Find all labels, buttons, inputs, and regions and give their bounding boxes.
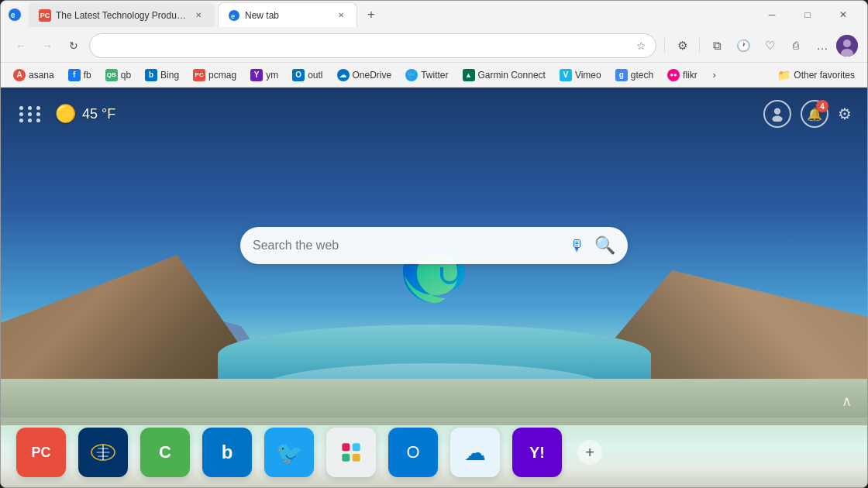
dot xyxy=(19,119,23,122)
dot xyxy=(36,112,40,116)
svg-rect-14 xyxy=(342,443,350,451)
forward-button[interactable]: → xyxy=(36,35,58,57)
folder-icon: 📁 xyxy=(777,69,790,81)
tab1-favicon: PC xyxy=(39,9,51,22)
fav-onedrive[interactable]: ☁ OneDrive xyxy=(331,66,398,84)
page-settings-button[interactable]: ⚙ xyxy=(838,105,852,123)
dot xyxy=(28,106,32,110)
star-icon[interactable]: ☆ xyxy=(636,40,646,52)
fav-ym[interactable]: Y ym xyxy=(244,66,284,84)
fav-bing[interactable]: b Bing xyxy=(139,66,185,84)
svg-rect-15 xyxy=(353,443,360,451)
separator-1 xyxy=(664,38,665,53)
more-button[interactable]: … xyxy=(810,33,835,58)
dock-slack[interactable] xyxy=(326,428,376,477)
settings-icon[interactable]: ⚙ xyxy=(670,33,694,58)
maximize-button[interactable]: □ xyxy=(790,1,825,29)
fav-garmin-label: Garmin Connect xyxy=(478,70,546,81)
bottom-dock: PC C b 🐦 O ☁ Y! + xyxy=(1,418,867,487)
fav-other-favorites[interactable]: 📁 Other favorites xyxy=(771,67,861,83)
svg-text:e: e xyxy=(231,12,235,20)
dock-twitter[interactable]: 🐦 xyxy=(264,428,314,477)
fav-pcmag[interactable]: PC pcmag xyxy=(187,66,243,84)
dot xyxy=(19,106,23,110)
search-icon[interactable]: 🔍 xyxy=(594,235,615,256)
search-input[interactable] xyxy=(253,239,560,253)
fav-outl[interactable]: O outl xyxy=(286,66,329,84)
refresh-button[interactable]: ↻ xyxy=(63,35,84,57)
separator-2 xyxy=(699,38,700,53)
fav-gtech[interactable]: g gtech xyxy=(609,66,660,84)
history-icon[interactable]: 🕐 xyxy=(731,33,756,58)
dock-outlook[interactable]: O xyxy=(388,428,438,477)
tab2-close[interactable]: ✕ xyxy=(335,9,347,22)
favorites-bar: A asana f fb QB qb b Bing PC pcmag Y ym … xyxy=(1,63,867,88)
microphone-icon[interactable]: 🎙 xyxy=(570,237,585,255)
tab2-title: New tab xyxy=(245,10,330,21)
dot xyxy=(28,112,32,116)
url-input[interactable] xyxy=(99,40,632,51)
qb-icon: QB xyxy=(105,69,118,81)
dock-ccleaner[interactable]: C xyxy=(140,428,190,477)
browser-window: e PC The Latest Technology Product R... … xyxy=(0,0,868,488)
dock-add-button[interactable]: + xyxy=(577,440,602,465)
fav-fb[interactable]: f fb xyxy=(62,66,98,84)
scroll-up-button[interactable]: ∧ xyxy=(842,393,852,410)
fav-qb[interactable]: QB qb xyxy=(99,66,137,84)
gtech-icon: g xyxy=(615,69,628,81)
fav-more-button[interactable]: › xyxy=(707,66,722,84)
new-tab-page: 🟡 45 °F 🔔 4 ⚙ 🎙 🔍 xyxy=(1,88,867,487)
svg-rect-17 xyxy=(353,454,360,462)
garmin-icon: ▲ xyxy=(463,69,475,81)
tab-2[interactable]: e New tab ✕ xyxy=(218,2,357,27)
tabs-icon[interactable]: ⧉ xyxy=(704,33,729,58)
title-bar: e PC The Latest Technology Product R... … xyxy=(1,1,867,29)
share-icon[interactable]: ⎙ xyxy=(784,33,808,58)
fav-vimeo[interactable]: V Vimeo xyxy=(553,66,608,84)
weather-temperature: 45 °F xyxy=(82,106,115,122)
close-button[interactable]: ✕ xyxy=(825,1,861,29)
dot xyxy=(36,119,40,122)
bing-icon: b xyxy=(145,69,157,81)
fav-qb-label: qb xyxy=(121,70,131,81)
url-icon-area: ☆ xyxy=(636,40,646,52)
fav-garmin[interactable]: ▲ Garmin Connect xyxy=(456,66,552,84)
search-bar[interactable]: 🎙 🔍 xyxy=(240,227,628,264)
dock-yahoo[interactable]: Y! xyxy=(512,428,562,477)
fav-flikr[interactable]: ●● flikr xyxy=(661,66,704,84)
weather-icon: 🟡 xyxy=(55,104,76,124)
flikr-icon: ●● xyxy=(667,69,680,81)
apps-grid-button[interactable] xyxy=(16,103,46,125)
dot xyxy=(19,112,23,116)
dot xyxy=(36,106,40,110)
fav-twitter[interactable]: 🐦 Twitter xyxy=(399,66,454,84)
dock-pcmag[interactable]: PC xyxy=(16,428,66,477)
fav-asana[interactable]: A asana xyxy=(7,66,60,84)
back-button[interactable]: ← xyxy=(10,35,32,57)
fav-outl-label: outl xyxy=(308,70,322,81)
toolbar-icons: ⚙ ⧉ 🕐 ♡ ⎙ … xyxy=(661,33,858,58)
favorites-icon[interactable]: ♡ xyxy=(757,33,782,58)
notifications-button[interactable]: 🔔 4 xyxy=(801,100,828,128)
new-tab-button[interactable]: + xyxy=(360,4,382,26)
fav-pcmag-label: pcmag xyxy=(208,70,236,81)
ym-icon: Y xyxy=(250,69,263,81)
dock-bing[interactable]: b xyxy=(202,428,252,477)
vimeo-icon: V xyxy=(560,69,572,81)
onedrive-icon: ☁ xyxy=(337,69,350,81)
profile-avatar[interactable] xyxy=(836,35,858,57)
minimize-button[interactable]: ─ xyxy=(754,1,790,29)
tab1-title: The Latest Technology Product R... xyxy=(56,10,188,21)
url-bar[interactable]: ☆ xyxy=(89,33,656,58)
fav-asana-label: asana xyxy=(29,70,54,81)
newtab-top-right: 🔔 4 ⚙ xyxy=(763,100,852,128)
circle-profile-button[interactable] xyxy=(763,100,791,128)
dock-onedrive[interactable]: ☁ xyxy=(450,428,500,477)
pcmag-icon: PC xyxy=(193,69,205,81)
fav-bing-label: Bing xyxy=(160,70,179,81)
dock-nfl[interactable] xyxy=(78,428,128,477)
weather-widget[interactable]: 🟡 45 °F xyxy=(55,104,115,124)
tab1-close[interactable]: ✕ xyxy=(192,9,205,22)
tab-1[interactable]: PC The Latest Technology Product R... ✕ xyxy=(29,2,215,27)
twitter-icon: 🐦 xyxy=(405,69,418,81)
